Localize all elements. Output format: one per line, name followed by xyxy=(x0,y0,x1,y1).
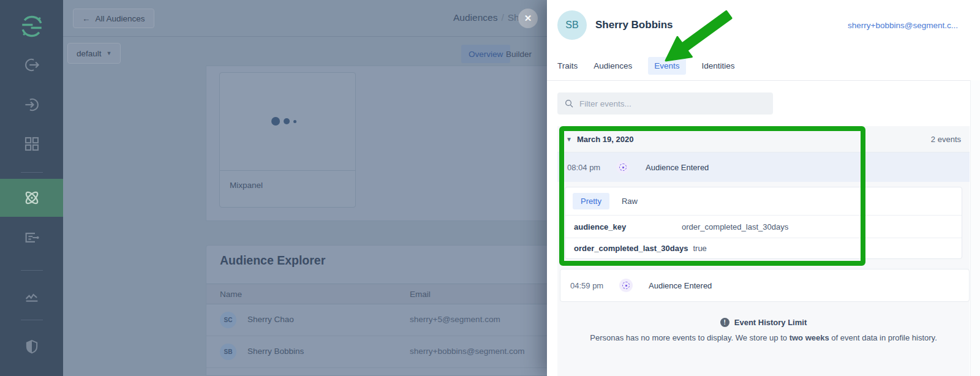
sidebar-item-analytics[interactable] xyxy=(0,279,63,316)
tab-builder[interactable]: Builder xyxy=(506,45,532,63)
event-row-expanded[interactable]: 08:04 pm Audience Entered xyxy=(557,152,970,182)
chevron-down-icon: ▼ xyxy=(107,50,112,56)
avatar: SB xyxy=(557,10,587,40)
sidebar-item-destinations[interactable] xyxy=(0,86,63,123)
destinations-icon xyxy=(23,96,41,114)
segment-logo-icon xyxy=(19,13,45,39)
filter-events-input[interactable] xyxy=(579,92,763,115)
scrollbar-track[interactable] xyxy=(970,80,980,376)
event-history-limit-notice: ! Event History Limit Personas has no mo… xyxy=(557,318,970,342)
sidebar-divider xyxy=(21,172,43,173)
info-alert-icon: ! xyxy=(720,318,729,327)
date-label: March 19, 2020 xyxy=(577,135,634,144)
card-divider xyxy=(220,170,355,171)
mixpanel-logo-icon xyxy=(271,117,296,126)
back-to-all-audiences-button[interactable]: ← All Audiences xyxy=(73,9,154,28)
collapse-caret-icon: ▼ xyxy=(566,136,572,143)
sources-icon xyxy=(23,56,41,74)
audience-explorer-title: Audience Explorer xyxy=(220,254,325,268)
privacy-shield-icon xyxy=(23,338,40,355)
avatar: SB xyxy=(220,344,236,360)
event-name: Audience Entered xyxy=(649,281,712,290)
raw-toggle-button[interactable]: Raw xyxy=(622,197,638,206)
breadcrumb-section[interactable]: Audiences xyxy=(453,12,497,23)
catalog-grid-icon xyxy=(23,135,41,153)
event-row-collapsed[interactable]: 04:59 pm Audience Entered xyxy=(560,269,970,302)
space-dropdown[interactable]: default ▼ xyxy=(67,43,121,64)
back-arrow-icon: ← xyxy=(82,14,91,23)
sidebar-divider xyxy=(21,270,43,271)
close-panel-button[interactable]: ✕ xyxy=(518,9,538,28)
profile-email-link[interactable]: sherry+bobbins@segment.c... xyxy=(848,21,958,30)
event-property-row: audience_key order_completed_last_30days xyxy=(565,216,962,238)
profile-tabs: Traits Audiences Events Identities xyxy=(557,57,735,75)
tab-traits[interactable]: Traits xyxy=(557,57,578,75)
event-time: 08:04 pm xyxy=(567,163,605,172)
tab-events[interactable]: Events xyxy=(648,57,685,75)
detail-view-toggle: Pretty Raw xyxy=(565,187,962,216)
personas-atom-icon xyxy=(22,188,42,208)
sidebar-divider xyxy=(21,320,43,320)
column-header-name: Name xyxy=(220,290,242,299)
event-date-group-header[interactable]: ▼ March 19, 2020 2 events xyxy=(557,126,970,152)
event-count: 2 events xyxy=(931,135,961,144)
sidebar-item-sources[interactable] xyxy=(0,47,63,83)
pretty-toggle-button[interactable]: Pretty xyxy=(573,193,609,209)
filter-events-search xyxy=(557,92,773,115)
journeys-icon xyxy=(23,228,41,247)
destination-card-title: Mixpanel xyxy=(230,181,263,190)
app-sidebar xyxy=(0,0,63,376)
divider xyxy=(547,80,980,81)
destination-card-mixpanel[interactable]: Mixpanel xyxy=(219,72,356,208)
audience-event-icon xyxy=(619,279,633,292)
event-detail-card: Pretty Raw audience_key order_completed_… xyxy=(565,187,962,259)
sidebar-item-journeys[interactable] xyxy=(0,219,63,256)
sidebar-item-personas[interactable] xyxy=(0,179,63,217)
event-history-limit-text: Personas has no more events to display. … xyxy=(557,333,970,342)
sidebar-item-privacy[interactable] xyxy=(0,328,63,365)
event-property-row: order_completed_last_30days true xyxy=(565,238,962,258)
destinations-panel: Mixpanel xyxy=(206,66,549,221)
events-list: ▼ March 19, 2020 2 events 08:04 pm Audie… xyxy=(557,126,970,376)
audience-event-icon xyxy=(616,160,630,174)
tab-overview[interactable]: Overview xyxy=(461,45,510,63)
event-name: Audience Entered xyxy=(646,163,709,172)
sidebar-item-catalog[interactable] xyxy=(0,126,63,162)
profile-name: Sherry Bobbins xyxy=(595,19,673,31)
event-time: 04:59 pm xyxy=(570,281,608,290)
tab-identities[interactable]: Identities xyxy=(702,57,735,75)
sidebar-item-home[interactable] xyxy=(0,8,63,45)
analytics-chart-icon xyxy=(23,288,41,307)
profile-side-panel: SB Sherry Bobbins sherry+bobbins@segment… xyxy=(547,0,980,376)
column-header-email: Email xyxy=(410,290,431,299)
tab-audiences[interactable]: Audiences xyxy=(594,57,632,75)
search-icon xyxy=(564,99,574,108)
avatar: SC xyxy=(220,312,236,328)
